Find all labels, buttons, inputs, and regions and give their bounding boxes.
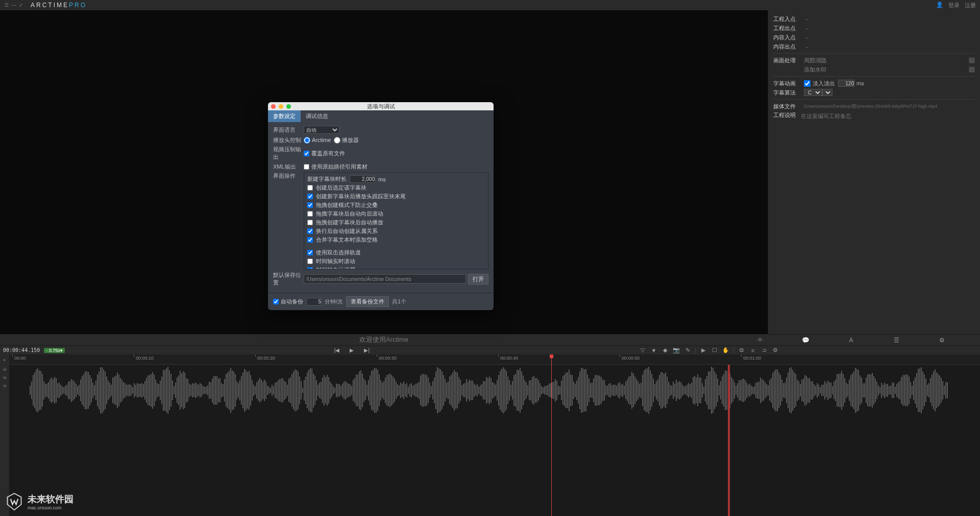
proj-desc-label: 工程说明 <box>773 111 800 119</box>
track-toggle-icon[interactable]: ▸ <box>0 356 9 364</box>
track-eye-icon[interactable]: 👁 <box>0 382 9 390</box>
ck-prevent-overlap[interactable] <box>307 202 313 208</box>
ck-auto-scroll-timeline[interactable] <box>307 267 313 269</box>
ui-ops-label: 界面操作 <box>273 172 304 180</box>
sub-algo-label: 字幕算法 <box>773 89 804 97</box>
tab-debug[interactable]: 调试信息 <box>301 110 333 122</box>
filter-down-icon[interactable]: ▼ <box>650 347 657 354</box>
proj-out-label: 工程出点 <box>773 25 804 32</box>
watermark-badge: 未来软件园 mac.orsoon.com <box>5 492 74 511</box>
lang-label: 界面语言 <box>273 126 304 134</box>
ck-realtime-scroll[interactable] <box>307 259 313 264</box>
ui-options-scroll[interactable]: 新建字幕块时长ms 创建后选定该字幕块 创建新字幕块后播放头跟踪至块末尾 拖拽创… <box>304 172 488 269</box>
app-title: ARCTIMEPRO <box>31 2 87 9</box>
sidebar-toolbar: 💬 A ☰ ⚙ <box>768 334 980 345</box>
playhead[interactable] <box>551 355 552 516</box>
preferences-dialog: 选项与调试 参数设定 调试信息 界面语言 自动 播放头控制 Arctime 播放… <box>268 102 494 310</box>
playhead-label: 播放头控制 <box>273 136 304 144</box>
backup-interval-input[interactable] <box>306 298 322 306</box>
gear-icon[interactable]: ⚙ <box>772 347 779 354</box>
marker-icon[interactable]: ◆ <box>662 347 669 354</box>
speed-badge[interactable]: 0.75x ▾ <box>44 348 65 353</box>
timeline[interactable]: ▸ 👁 👁 👁 00:00 00:00:10 00:00:20 00:00:30… <box>0 355 980 516</box>
list-icon[interactable]: ☰ <box>893 337 900 344</box>
hand-icon[interactable]: ✋ <box>722 347 729 354</box>
xml-label: XML输出 <box>273 163 304 171</box>
block-duration-input[interactable] <box>350 175 375 183</box>
visibility-icon[interactable]: 👁 <box>757 336 764 344</box>
xml-path-checkbox[interactable] <box>304 164 309 170</box>
dialog-title: 选项与调试 <box>268 103 494 110</box>
comment-icon[interactable]: 💬 <box>802 337 810 344</box>
playhead-arctime-radio[interactable] <box>304 137 310 144</box>
video-output-label: 视频压制输出 <box>273 146 304 161</box>
media-path: /Users/orsoon/Desktop/图/preview-254465-k… <box>804 103 975 110</box>
ck-add-space-merge[interactable] <box>307 237 313 243</box>
open-button[interactable]: 打开 <box>468 274 488 285</box>
minimize-icon[interactable]: — <box>11 3 16 8</box>
ck-dblclick-track[interactable] <box>307 250 313 255</box>
ck-select-after-create[interactable] <box>307 185 313 191</box>
expand-icon[interactable]: ⬚ <box>969 57 975 63</box>
save-loc-label: 默认保存位置 <box>273 271 304 287</box>
select-icon[interactable]: ☐ <box>711 347 718 354</box>
playhead-player-radio[interactable] <box>334 137 340 144</box>
user-icon[interactable]: 👤 <box>936 2 943 9</box>
prev-button[interactable]: |◀ <box>334 347 340 353</box>
track-eye-icon[interactable]: 👁 <box>0 366 9 374</box>
align-icon[interactable]: ≡ <box>749 347 756 354</box>
auto-backup-checkbox[interactable] <box>273 299 279 304</box>
welcome-bar: 欢迎使用Arctime 👁 <box>0 334 768 345</box>
save-path-input[interactable] <box>304 274 466 284</box>
content-in-label: 内容入点 <box>773 34 804 41</box>
fade-checkbox[interactable] <box>804 80 811 87</box>
font-icon[interactable]: A <box>848 337 855 344</box>
link-icon[interactable]: ⧉ <box>738 347 745 354</box>
play-button[interactable]: ▶ <box>350 347 354 353</box>
settings-icon[interactable]: ⚙ <box>939 337 946 344</box>
track-eye-icon[interactable]: 👁 <box>0 374 9 382</box>
out-marker[interactable] <box>728 365 730 516</box>
snapshot-icon[interactable]: 📷 <box>673 347 680 354</box>
ck-auto-play-drag[interactable] <box>307 220 313 225</box>
ck-auto-dependency[interactable] <box>307 228 313 234</box>
sub-algo-dropdown[interactable] <box>822 89 832 96</box>
magnet-icon[interactable]: ⊃ <box>761 347 768 354</box>
sub-algo-select[interactable]: C <box>804 89 822 96</box>
fade-duration-input[interactable] <box>838 80 854 87</box>
expand-icon[interactable]: ⬚ <box>969 66 975 73</box>
proj-in-label: 工程入点 <box>773 15 804 23</box>
time-ruler[interactable]: 00:00 00:00:10 00:00:20 00:00:30 00:00:4… <box>9 355 980 365</box>
lang-select[interactable]: 自动 <box>304 126 339 134</box>
timecode-display: 00:00:44.150 <box>3 347 40 353</box>
watermark-label[interactable]: 添加水印 <box>804 66 969 74</box>
view-backup-button[interactable]: 查看备份文件 <box>346 296 389 307</box>
ck-track-playhead[interactable] <box>307 194 313 199</box>
titlebar: ☰ — ⤢ ARCTIMEPRO 👤 登录 注册 <box>0 0 980 10</box>
next-button[interactable]: ▶| <box>364 347 370 353</box>
ck-auto-scroll-drag[interactable] <box>307 211 313 217</box>
dialog-titlebar[interactable]: 选项与调试 <box>268 102 494 110</box>
menu-icon[interactable]: ☰ <box>4 3 9 8</box>
tab-settings[interactable]: 参数设定 <box>268 110 301 122</box>
overwrite-checkbox[interactable] <box>304 151 309 156</box>
filter-up-icon[interactable]: ▽ <box>639 347 646 354</box>
waveform-track[interactable] <box>9 365 980 416</box>
media-file-label: 媒体文件 <box>773 103 804 110</box>
login-link[interactable]: 登录 <box>948 2 960 9</box>
transport-bar: 00:00:44.150 0.75x ▾ |◀ ▶ ▶| ▽ ▼ ◆ 📷 ✎ ▶… <box>0 345 980 355</box>
proj-desc-textarea[interactable] <box>800 111 975 132</box>
properties-panel: 工程入点- 工程出点- 内容入点- 内容出点- 画面处理局部消隐⬚ 添加水印⬚ … <box>768 10 980 334</box>
content-out-label: 内容出点 <box>773 43 804 51</box>
edit-icon[interactable]: ✎ <box>684 347 691 354</box>
logo-icon <box>5 492 23 511</box>
frame-proc-label: 画面处理 <box>773 57 804 64</box>
register-link[interactable]: 注册 <box>965 2 976 9</box>
expand-icon[interactable]: ⤢ <box>18 3 23 8</box>
pointer-icon[interactable]: ▶ <box>700 347 707 354</box>
sub-anim-label: 字幕动画 <box>773 80 804 87</box>
